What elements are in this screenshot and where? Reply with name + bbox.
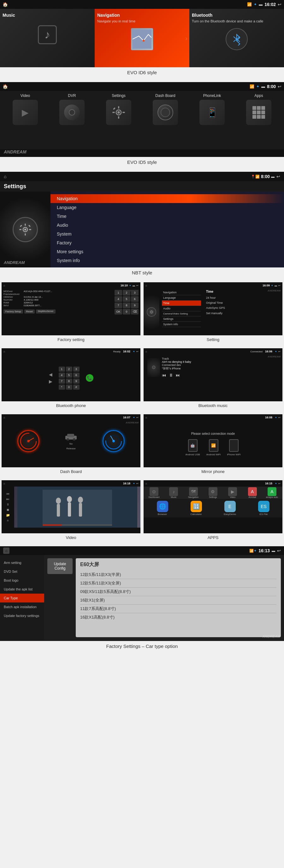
bt-next-icon[interactable]: ▶ bbox=[49, 379, 52, 384]
s-origtime[interactable]: Original Time bbox=[206, 300, 280, 305]
s-audio-item[interactable]: Audio bbox=[162, 306, 201, 311]
app-calculator[interactable]: 🔢 Calculator bbox=[180, 501, 212, 516]
vid-pause-icon[interactable]: ⏸ bbox=[6, 503, 9, 506]
bt-phone-back[interactable]: ↩ bbox=[136, 350, 138, 353]
dial-9[interactable]: 9 bbox=[73, 379, 80, 384]
key-2[interactable]: 2 bbox=[123, 290, 130, 296]
dial-8[interactable]: 8 bbox=[66, 379, 72, 384]
nbt-home-icon[interactable]: ⌂ bbox=[4, 174, 6, 179]
video-back[interactable]: ↩ bbox=[136, 482, 138, 485]
apps-top-nav[interactable]: 🗺 Navigation bbox=[187, 487, 200, 498]
s-time-item[interactable]: Time bbox=[162, 301, 201, 306]
id5-home-icon[interactable]: 🏠 bbox=[2, 84, 8, 89]
apps-top-settings[interactable]: ⚙ Settings bbox=[206, 487, 220, 498]
id6-back-icon[interactable]: ↩ bbox=[278, 2, 282, 7]
mirror-back[interactable]: ↩ bbox=[278, 416, 281, 419]
dial-2[interactable]: 2 bbox=[66, 367, 72, 372]
sidebar-batch-apk[interactable]: Batch apk installation bbox=[0, 602, 44, 611]
vid-stop-icon[interactable]: ⏹ bbox=[6, 508, 9, 512]
nav-arrow-icon[interactable]: › bbox=[185, 34, 187, 42]
dial-0[interactable]: 0 bbox=[66, 384, 72, 390]
id6-bt-item[interactable]: Bluetooth Turn on the Bluetooth device a… bbox=[189, 9, 284, 67]
key-5[interactable]: 5 bbox=[123, 296, 130, 302]
key-del[interactable]: ⌫ bbox=[131, 309, 138, 314]
dial-6[interactable]: 6 bbox=[73, 373, 80, 378]
key-9[interactable]: 9 bbox=[131, 303, 138, 308]
key-ok[interactable]: OK bbox=[115, 309, 122, 314]
nbt-nav-item[interactable]: Navigation bbox=[51, 194, 284, 203]
id5-dvr-item[interactable]: DVR bbox=[50, 91, 94, 149]
bt-call-btn[interactable]: 📞 bbox=[86, 374, 93, 382]
sidebar-update-factory[interactable]: Update factory settings bbox=[0, 611, 44, 620]
id5-video-item[interactable]: Video ▶ bbox=[3, 91, 47, 149]
s-sysinfo-item[interactable]: System info bbox=[162, 322, 201, 327]
car-type-item-4[interactable]: 11款7系高配(8.8寸) bbox=[80, 604, 277, 613]
factory-setup-btn[interactable]: Factory Setup bbox=[3, 309, 23, 314]
bt-prev-btn[interactable]: ⏮ bbox=[162, 373, 166, 378]
dial-4[interactable]: 4 bbox=[59, 373, 65, 378]
s-nav-item[interactable]: Navigation bbox=[162, 290, 201, 295]
vid-list-icon[interactable]: ≡ bbox=[7, 519, 9, 522]
id6-music-item[interactable]: Music ♪ bbox=[0, 9, 95, 67]
bt-music-back[interactable]: ↩ bbox=[278, 350, 281, 353]
nbt-factory-item[interactable]: Factory bbox=[51, 238, 284, 247]
setting-back-mini[interactable]: ↩ bbox=[278, 284, 281, 287]
apps-top-music[interactable]: ♪ Music bbox=[167, 487, 181, 498]
id5-dashboard-item[interactable]: Dash Board bbox=[143, 91, 187, 149]
key-7[interactable]: 7 bbox=[115, 303, 122, 308]
nbt-audio-item[interactable]: Audio bbox=[51, 221, 284, 229]
car-type-item-2[interactable]: 09款X5/11款5系高配(8.8寸) bbox=[80, 588, 277, 596]
bt-prev-icon[interactable]: ◀ bbox=[49, 372, 52, 377]
dial-star[interactable]: * bbox=[59, 384, 65, 390]
bt-pause-btn[interactable]: ⏸ bbox=[169, 373, 173, 378]
bt-next-btn[interactable]: ⏭ bbox=[176, 373, 180, 378]
factory-stop-btn[interactable]: StopMicoServer bbox=[36, 309, 56, 314]
id5-settings-item[interactable]: Settings bbox=[97, 91, 141, 149]
key-0[interactable]: 0 bbox=[123, 309, 130, 314]
apps-top-acrobat[interactable]: A Acrobat bbox=[246, 487, 259, 498]
id5-apps-item[interactable]: Apps bbox=[236, 91, 281, 149]
nbt-time-item[interactable]: Time bbox=[51, 212, 284, 221]
vid-next-icon[interactable]: ⏭ bbox=[6, 497, 9, 501]
key-4[interactable]: 4 bbox=[115, 296, 122, 302]
id6-home-icon[interactable]: 🏠 bbox=[2, 2, 8, 7]
id5-phonelink-item[interactable]: PhoneLink 📱 bbox=[190, 91, 234, 149]
s-lang-item[interactable]: Language bbox=[162, 295, 201, 301]
apps-top-amap[interactable]: A amapw auto bbox=[265, 487, 279, 498]
s-autosync[interactable]: AutoSync GPS bbox=[206, 305, 280, 310]
s-settings-item[interactable]: Settings bbox=[162, 316, 201, 322]
dial-3[interactable]: 3 bbox=[73, 367, 80, 372]
id6-nav-item[interactable]: Navigation Navigate you in real time › bbox=[95, 9, 189, 67]
sidebar-car-type[interactable]: Car Type bbox=[0, 594, 44, 602]
nbt-language-item[interactable]: Language bbox=[51, 203, 284, 212]
vid-folder-icon[interactable]: 📁 bbox=[6, 514, 10, 517]
key-3[interactable]: 3 bbox=[131, 290, 138, 296]
key-6[interactable]: 6 bbox=[131, 296, 138, 302]
dial-5[interactable]: 5 bbox=[66, 373, 72, 378]
factory-back-mini[interactable]: ↩ bbox=[136, 284, 138, 287]
sidebar-boot-logo[interactable]: Boot logo bbox=[0, 576, 44, 585]
nbt-back-icon[interactable]: ↩ bbox=[277, 174, 280, 179]
nbt-sysinfo-item[interactable]: System info bbox=[51, 256, 284, 265]
factory-back-status[interactable]: ↩ bbox=[277, 548, 281, 553]
s-manual[interactable]: Set manually bbox=[206, 311, 280, 316]
apps-back[interactable]: ↩ bbox=[278, 482, 281, 485]
nbt-more-item[interactable]: More settings bbox=[51, 247, 284, 256]
nbt-system-item[interactable]: System bbox=[51, 229, 284, 238]
update-config-button[interactable]: Update Config bbox=[47, 558, 72, 574]
app-easydemo[interactable]: E EasyDemo bbox=[214, 501, 246, 516]
dial-hash[interactable]: # bbox=[73, 384, 80, 390]
app-browser[interactable]: 🌐 Browser bbox=[146, 501, 179, 516]
car-type-item-1[interactable]: 12款5系/11款X3(全屏) bbox=[80, 579, 277, 588]
mirror-android-wifi[interactable]: 📶 Android WiFi bbox=[207, 439, 221, 456]
car-type-item-3[interactable]: 16款X1(全屏) bbox=[80, 596, 277, 604]
dial-1[interactable]: 1 bbox=[59, 367, 65, 372]
s-camera-item[interactable]: Camera/Video Setting bbox=[162, 311, 201, 316]
key-8[interactable]: 8 bbox=[123, 303, 130, 308]
apps-top-video[interactable]: ▶ Video bbox=[226, 487, 240, 498]
vid-prev-icon[interactable]: ⏮ bbox=[6, 492, 9, 495]
sidebar-dvd-set[interactable]: DVD Set bbox=[0, 567, 44, 576]
factory-home-icon[interactable]: ⌂ bbox=[3, 548, 9, 554]
key-1[interactable]: 1 bbox=[115, 290, 122, 296]
factory-reset-btn[interactable]: Reset bbox=[24, 309, 35, 314]
